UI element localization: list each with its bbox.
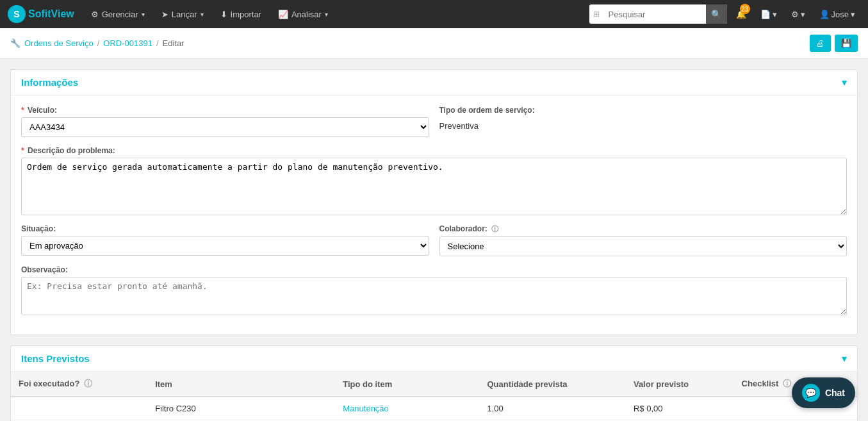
chevron-down-icon: ▾ bbox=[325, 11, 328, 18]
situacao-select[interactable]: Em aprovaçãoAbertaFechadaCancelada bbox=[21, 236, 429, 256]
colaborador-select[interactable]: Selecione bbox=[439, 236, 848, 256]
printer-icon: 🖨 bbox=[816, 38, 824, 48]
notifications-button[interactable]: 🔔 23 bbox=[731, 0, 751, 28]
nav-importar[interactable]: ⬇ Importar bbox=[214, 0, 268, 28]
chat-label: Chat bbox=[825, 388, 845, 398]
breadcrumb-separator: / bbox=[97, 38, 100, 48]
situacao-group: Situação: Em aprovaçãoAbertaFechadaCance… bbox=[21, 224, 429, 256]
print-button[interactable]: 🖨 bbox=[810, 35, 831, 52]
veiculo-label: * Veículo: bbox=[21, 106, 429, 115]
descricao-group: * Descrição do problema: Ordem de serviç… bbox=[21, 146, 847, 215]
colaborador-info-icon: ⓘ bbox=[491, 225, 498, 233]
row1-item: Filtro C230 bbox=[147, 397, 335, 420]
informacoes-section: Informações ▾ * Veículo: AAA3434 Tipo de… bbox=[10, 69, 858, 335]
row1-valor: R$ 0,00 bbox=[626, 397, 734, 420]
nav-gerenciar[interactable]: ⚙ Gerenciar ▾ bbox=[85, 0, 151, 28]
chevron-down-icon: ▾ bbox=[773, 10, 777, 19]
settings-icon: ⚙ bbox=[791, 10, 799, 19]
chat-icon: 💬 bbox=[802, 384, 820, 402]
table-icon: ⊞ bbox=[589, 10, 603, 19]
executado-info-icon: ⓘ bbox=[84, 379, 92, 388]
tipo-value: Preventiva bbox=[439, 117, 848, 131]
observacao-textarea[interactable] bbox=[21, 277, 847, 315]
import-icon: ⬇ bbox=[220, 10, 227, 19]
file-icon: 📄 bbox=[760, 10, 771, 19]
breadcrumb-bar: 🔧 Ordens de Serviço / ORD-001391 / Edita… bbox=[0, 28, 868, 59]
nav-lancar[interactable]: ➤ Lançar ▾ bbox=[155, 0, 210, 28]
chevron-down-icon: ▾ bbox=[801, 10, 805, 19]
observacao-group: Observação: bbox=[21, 265, 847, 315]
form-row-observacao: Observação: bbox=[21, 265, 847, 315]
colaborador-label: Colaborador: ⓘ bbox=[439, 224, 848, 234]
descricao-label: * Descrição do problema: bbox=[21, 146, 847, 155]
save-icon: 💾 bbox=[841, 38, 851, 48]
table-row: Filtro C230 Manutenção 1,00 R$ 0,00 bbox=[11, 397, 857, 420]
form-row-descricao: * Descrição do problema: Ordem de serviç… bbox=[21, 146, 847, 215]
row1-quantidade: 1,00 bbox=[479, 397, 625, 420]
colaborador-group: Colaborador: ⓘ Selecione bbox=[439, 224, 848, 256]
collapse-informacoes-icon[interactable]: ▾ bbox=[842, 76, 847, 88]
chevron-down-icon: ▾ bbox=[851, 10, 855, 19]
chevron-down-icon: ▾ bbox=[201, 11, 204, 18]
search-bar: ⊞ 🔍 bbox=[589, 4, 727, 24]
tipo-group: Tipo de ordem de serviço: Preventiva bbox=[439, 106, 848, 137]
col-tipo: Tipo do item bbox=[335, 372, 479, 397]
checklist-info-icon: ⓘ bbox=[783, 379, 791, 388]
descricao-textarea[interactable]: Ordem de serviço gerada automaticamente … bbox=[21, 158, 847, 215]
form-row-situacao: Situação: Em aprovaçãoAbertaFechadaCance… bbox=[21, 224, 847, 256]
col-executado: Foi executado? ⓘ bbox=[11, 372, 147, 397]
chat-button[interactable]: 💬 Chat bbox=[792, 377, 855, 408]
breadcrumb-link-orders[interactable]: Ordens de Serviço bbox=[24, 38, 94, 48]
informacoes-body: * Veículo: AAA3434 Tipo de ordem de serv… bbox=[11, 95, 857, 334]
save-button[interactable]: 💾 bbox=[835, 35, 858, 52]
breadcrumb-current: Editar bbox=[163, 38, 184, 48]
main-content: Informações ▾ * Veículo: AAA3434 Tipo de… bbox=[0, 59, 868, 421]
user-menu-button[interactable]: 👤 Jose ▾ bbox=[814, 0, 860, 28]
search-button[interactable]: 🔍 bbox=[706, 4, 727, 24]
search-input[interactable] bbox=[603, 10, 706, 19]
logo-icon: S bbox=[8, 5, 26, 23]
chevron-down-icon: ▾ bbox=[142, 11, 145, 18]
breadcrumb: 🔧 Ordens de Serviço / ORD-001391 / Edita… bbox=[10, 38, 184, 48]
breadcrumb-separator2: / bbox=[156, 38, 159, 48]
informacoes-header: Informações ▾ bbox=[11, 70, 857, 95]
itens-previstos-header: Itens Previstos ▾ bbox=[11, 346, 857, 372]
logo-text: SofitView bbox=[28, 8, 74, 20]
chart-icon: 📈 bbox=[278, 10, 288, 19]
situacao-label: Situação: bbox=[21, 224, 429, 233]
itens-previstos-section: Itens Previstos ▾ Foi executado? ⓘ Item … bbox=[10, 345, 858, 421]
service-order-icon: 🔧 bbox=[10, 38, 20, 48]
chat-bubble-icon: 💬 bbox=[805, 388, 816, 398]
top-navigation: S SofitView ⚙ Gerenciar ▾ ➤ Lançar ▾ ⬇ I… bbox=[0, 0, 868, 28]
col-quantidade: Quantidade prevista bbox=[479, 372, 625, 397]
informacoes-title: Informações bbox=[21, 77, 78, 88]
col-item: Item bbox=[147, 372, 335, 397]
nav-analisar[interactable]: 📈 Analisar ▾ bbox=[272, 0, 334, 28]
itens-table: Foi executado? ⓘ Item Tipo do item Quant… bbox=[11, 372, 857, 421]
row1-tipo: Manutenção bbox=[335, 397, 479, 420]
breadcrumb-link-order-id[interactable]: ORD-001391 bbox=[103, 38, 152, 48]
breadcrumb-actions: 🖨 💾 bbox=[810, 35, 858, 52]
app-logo[interactable]: S SofitView bbox=[8, 5, 74, 23]
user-icon: 👤 bbox=[819, 10, 830, 19]
files-button[interactable]: 📄 ▾ bbox=[755, 0, 782, 28]
tipo-label: Tipo de ordem de serviço: bbox=[439, 106, 848, 115]
row1-executado bbox=[11, 397, 147, 420]
table-header: Foi executado? ⓘ Item Tipo do item Quant… bbox=[11, 372, 857, 397]
itens-table-container: Foi executado? ⓘ Item Tipo do item Quant… bbox=[11, 372, 857, 421]
form-row-veiculo: * Veículo: AAA3434 Tipo de ordem de serv… bbox=[21, 106, 847, 137]
launch-icon: ➤ bbox=[161, 10, 168, 19]
veiculo-group: * Veículo: AAA3434 bbox=[21, 106, 429, 137]
collapse-itens-icon[interactable]: ▾ bbox=[842, 352, 847, 365]
notification-badge: 23 bbox=[740, 4, 750, 14]
itens-previstos-title: Itens Previstos bbox=[21, 353, 90, 364]
col-valor: Valor previsto bbox=[626, 372, 734, 397]
veiculo-select[interactable]: AAA3434 bbox=[21, 117, 429, 137]
observacao-label: Observação: bbox=[21, 265, 847, 274]
itens-table-body: Filtro C230 Manutenção 1,00 R$ 0,00 Troc… bbox=[11, 397, 857, 421]
settings-button[interactable]: ⚙ ▾ bbox=[786, 0, 810, 28]
gear-icon: ⚙ bbox=[91, 10, 99, 19]
